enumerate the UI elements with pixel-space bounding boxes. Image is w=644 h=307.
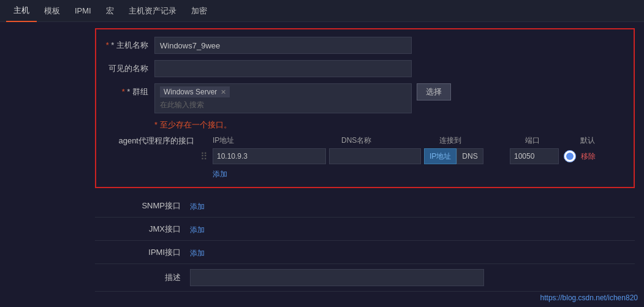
left-panel (0, 28, 95, 292)
col-header-default: 默认 (580, 135, 617, 146)
col-header-dns: DNS名称 (341, 135, 439, 146)
desc-section: 描述 (95, 264, 635, 292)
hostname-row: * * 主机名称 (105, 37, 624, 54)
dns-input[interactable] (329, 148, 421, 164)
jmx-label: JMX接口 (95, 224, 190, 235)
default-radio[interactable] (564, 150, 576, 162)
group-label: * * 群组 (105, 83, 154, 97)
interface-table: IP地址 DNS名称 连接到 端口 默认 ⠿ IP地址 (200, 135, 624, 180)
nav-item-asset[interactable]: 主机资产记录 (121, 0, 184, 22)
desc-label: 描述 (95, 272, 190, 283)
col-header-port: 端口 (525, 135, 580, 146)
top-navigation: 主机 模板 IPMI 宏 主机资产记录 加密 (0, 0, 644, 22)
ipmi-label: IPMI接口 (95, 247, 190, 258)
table-row: ⠿ IP地址 DNS 移除 (200, 148, 624, 167)
interface-section: agent代理程序的接口 IP地址 DNS名称 连接到 端口 默认 ⠿ (105, 135, 624, 180)
table-header: IP地址 DNS名称 连接到 端口 默认 (200, 135, 624, 148)
group-container[interactable]: Windows Server ✕ 在此输入搜索 (154, 83, 412, 113)
right-panel: * * 主机名称 可见的名称 * * 群组 Windows Server ✕ (95, 28, 644, 292)
connect-type-buttons: IP地址 DNS (424, 148, 507, 164)
interface-section-label: agent代理程序的接口 (105, 135, 200, 146)
ipmi-section: IPMI接口 添加 (95, 241, 635, 264)
nav-item-macro[interactable]: 宏 (99, 0, 121, 22)
warning-text: * 至少存在一个接口。 (105, 119, 624, 131)
hostname-label: * * 主机名称 (105, 37, 154, 51)
group-tag-label: Windows Server (164, 88, 217, 96)
snmp-add-link[interactable]: 添加 (190, 202, 205, 212)
desc-input[interactable] (190, 269, 484, 286)
add-interface-link[interactable]: 添加 (200, 169, 227, 180)
visible-name-row: 可见的名称 (105, 60, 624, 77)
group-tag: Windows Server ✕ (160, 86, 230, 97)
group-search-placeholder: 在此输入搜索 (160, 99, 406, 110)
connect-ip-button[interactable]: IP地址 (424, 148, 456, 164)
main-content: * * 主机名称 可见的名称 * * 群组 Windows Server ✕ (0, 22, 644, 298)
visible-name-input[interactable] (154, 60, 412, 77)
jmx-add-link[interactable]: 添加 (190, 225, 205, 235)
snmp-label: SNMP接口 (95, 200, 190, 211)
nav-item-template[interactable]: 模板 (37, 0, 67, 22)
snmp-section: SNMP接口 添加 (95, 194, 635, 218)
select-group-button[interactable]: 选择 (417, 83, 451, 100)
port-input[interactable] (510, 148, 559, 164)
ipmi-add-link[interactable]: 添加 (190, 248, 205, 259)
nav-item-host[interactable]: 主机 (6, 0, 37, 22)
footer-link[interactable]: https://blog.csdn.net/ichen820 (540, 294, 638, 302)
drag-handle-icon[interactable]: ⠿ (200, 151, 213, 162)
ip-input[interactable] (213, 148, 326, 164)
delete-interface-link[interactable]: 移除 (581, 151, 596, 162)
group-tag-close[interactable]: ✕ (221, 88, 226, 96)
connect-dns-button[interactable]: DNS (456, 148, 483, 164)
nav-item-ipmi[interactable]: IPMI (67, 0, 99, 22)
nav-item-encrypt[interactable]: 加密 (184, 0, 214, 22)
group-row: * * 群组 Windows Server ✕ 在此输入搜索 选择 (105, 83, 624, 113)
visible-name-label: 可见的名称 (105, 60, 154, 74)
col-header-connect: 连接到 (439, 135, 525, 146)
jmx-section: JMX接口 添加 (95, 218, 635, 241)
hostname-input[interactable] (154, 37, 412, 54)
col-header-ip: IP地址 (213, 135, 341, 146)
host-config-section: * * 主机名称 可见的名称 * * 群组 Windows Server ✕ (95, 28, 635, 188)
